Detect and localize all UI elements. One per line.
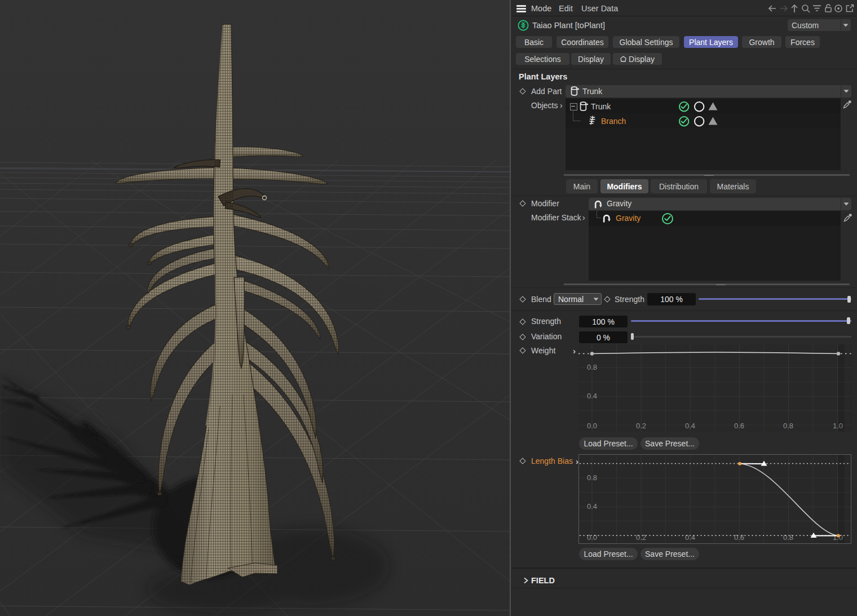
svg-text:0.6: 0.6	[734, 533, 744, 542]
svg-text:0.0: 0.0	[587, 422, 597, 430]
svg-text:0.8: 0.8	[783, 533, 793, 542]
svg-text:0.8: 0.8	[587, 473, 597, 482]
svg-text:0.4: 0.4	[587, 392, 597, 400]
svg-text:0.4: 0.4	[685, 533, 695, 542]
svg-text:0.2: 0.2	[636, 533, 646, 542]
svg-text:0.8: 0.8	[587, 363, 597, 371]
svg-text:0.4: 0.4	[587, 502, 597, 511]
svg-text:0.0: 0.0	[587, 533, 597, 542]
svg-text:0.8: 0.8	[783, 422, 793, 430]
svg-text:0.4: 0.4	[685, 422, 695, 430]
svg-text:0.2: 0.2	[636, 422, 646, 430]
svg-text:0.6: 0.6	[734, 422, 744, 430]
